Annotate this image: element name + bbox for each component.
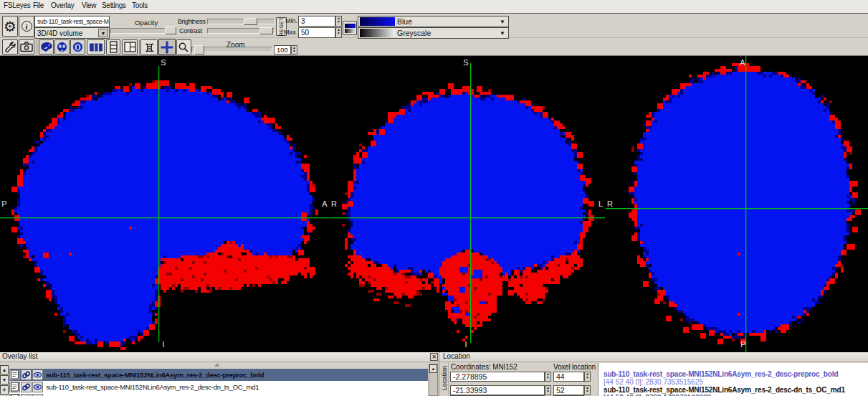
svg-text:S: S xyxy=(463,58,468,67)
svg-text:S: S xyxy=(161,58,166,67)
svg-text:L: L xyxy=(598,199,603,208)
svg-text:I: I xyxy=(464,340,467,349)
svg-text:P: P xyxy=(1,199,6,208)
svg-text:I: I xyxy=(162,340,164,349)
svg-text:R: R xyxy=(331,199,337,208)
svg-text:A: A xyxy=(740,58,745,67)
svg-text:A: A xyxy=(322,199,328,208)
svg-text:R: R xyxy=(607,199,613,208)
svg-text:P: P xyxy=(740,340,745,349)
